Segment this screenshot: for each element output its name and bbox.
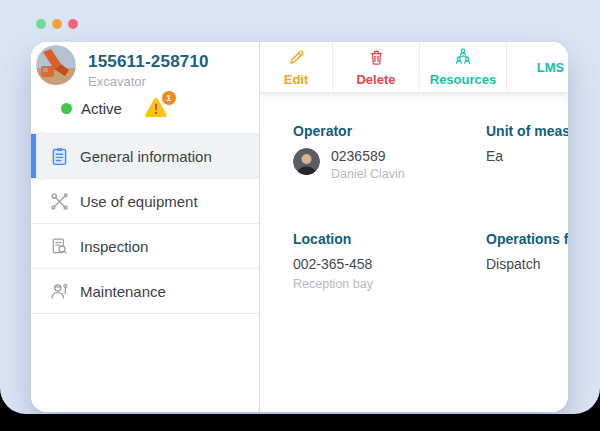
sidebar-item-general-information[interactable]: General information bbox=[31, 134, 259, 179]
equipment-profile: 155611-258710 Excavator Active 1 bbox=[31, 42, 259, 133]
sidebar-item-label: Inspection bbox=[80, 238, 148, 255]
warning-triangle-icon[interactable]: 1 bbox=[144, 97, 169, 119]
operations-flow-field: Operations fl Dispatch bbox=[486, 231, 568, 291]
worker-wrench-icon bbox=[48, 280, 70, 302]
sidebar-item-use-of-equipment[interactable]: Use of equipment bbox=[31, 179, 259, 224]
crossed-tools-icon bbox=[48, 190, 70, 212]
resources-button-label: Resources bbox=[430, 72, 496, 87]
unit-of-measure-label: Unit of meas bbox=[486, 123, 568, 139]
equipment-type: Excavator bbox=[88, 74, 146, 89]
app-background: 155611-258710 Excavator Active 1 bbox=[0, 0, 600, 414]
sidebar-item-label: General information bbox=[80, 148, 212, 165]
edit-button[interactable]: Edit bbox=[260, 42, 333, 92]
sidebar-item-label: Use of equipment bbox=[80, 193, 198, 210]
traffic-light-orange-icon[interactable] bbox=[52, 19, 62, 29]
sidebar: 155611-258710 Excavator Active 1 bbox=[31, 42, 260, 412]
operator-field: Operator bbox=[293, 123, 486, 181]
operations-flow-value: Dispatch bbox=[486, 256, 568, 272]
operations-flow-label: Operations fl bbox=[486, 231, 568, 247]
status-label: Active bbox=[81, 100, 122, 117]
operator-avatar bbox=[293, 148, 320, 175]
location-label: Location bbox=[293, 231, 486, 247]
location-detail: Reception bay bbox=[293, 277, 486, 291]
clipboard-icon bbox=[48, 145, 70, 167]
equipment-id-title: 155611-258710 bbox=[88, 52, 209, 72]
operator-name: Daniel Clavin bbox=[331, 167, 405, 181]
app-window: 155611-258710 Excavator Active 1 bbox=[31, 42, 568, 412]
sidebar-item-inspection[interactable]: Inspection bbox=[31, 224, 259, 269]
status-row: Active 1 bbox=[61, 95, 169, 121]
trash-icon bbox=[367, 48, 386, 70]
sidebar-menu: General information Use of equipme bbox=[31, 133, 259, 314]
operator-id: 0236589 bbox=[331, 148, 405, 164]
main-panel: Edit Delete bbox=[260, 42, 568, 412]
general-information-content: Operator bbox=[260, 93, 568, 412]
resources-button[interactable]: Resources bbox=[420, 42, 507, 92]
unit-of-measure-value: Ea bbox=[486, 148, 568, 164]
excavator-avatar bbox=[36, 45, 76, 85]
org-chart-people-icon bbox=[453, 47, 473, 70]
location-id: 002-365-458 bbox=[293, 256, 486, 272]
traffic-light-pink-icon[interactable] bbox=[68, 19, 78, 29]
delete-button[interactable]: Delete bbox=[333, 42, 420, 92]
traffic-light-green-icon[interactable] bbox=[36, 19, 46, 29]
pencil-icon bbox=[287, 48, 306, 70]
sidebar-item-label: Maintenance bbox=[80, 283, 166, 300]
lms-records-button-label: LMS rec bbox=[537, 60, 568, 75]
window-controls bbox=[36, 19, 78, 29]
toolbar: Edit Delete bbox=[260, 42, 568, 93]
operator-label: Operator bbox=[293, 123, 486, 139]
edit-button-label: Edit bbox=[284, 72, 309, 87]
lms-records-button[interactable]: LMS rec bbox=[507, 42, 568, 92]
unit-of-measure-field: Unit of meas Ea bbox=[486, 123, 568, 181]
document-magnifier-icon bbox=[48, 235, 70, 257]
location-field: Location 002-365-458 Reception bay bbox=[293, 231, 486, 291]
alert-count-badge[interactable]: 1 bbox=[161, 90, 177, 106]
status-dot-icon bbox=[61, 103, 72, 114]
sidebar-item-maintenance[interactable]: Maintenance bbox=[31, 269, 259, 314]
delete-button-label: Delete bbox=[356, 72, 395, 87]
